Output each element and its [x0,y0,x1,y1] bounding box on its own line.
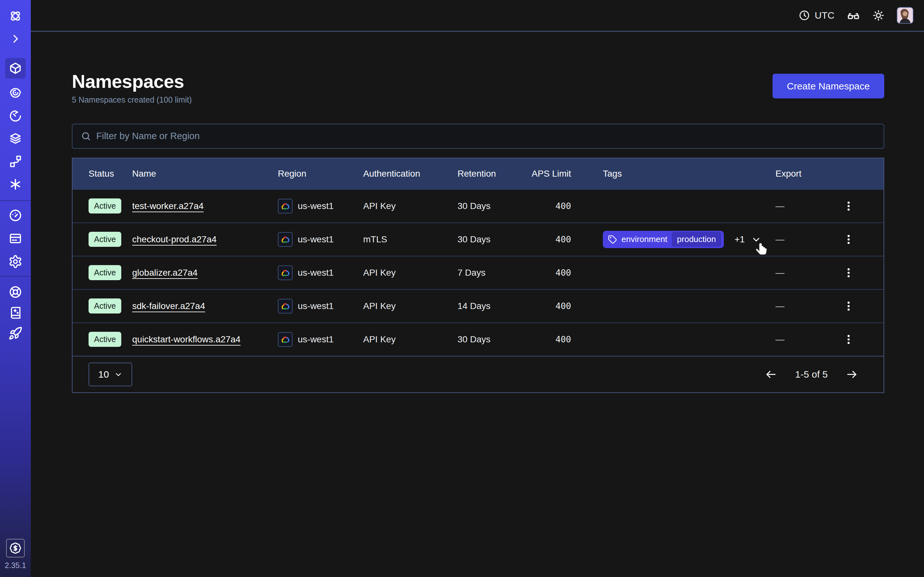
namespace-link[interactable]: globalizer.a27a4 [132,268,198,277]
tags-overflow-count: +1 [735,234,745,245]
gcp-icon [278,299,292,314]
chevron-down-icon [114,370,123,379]
namespaces-cube-icon [8,61,23,75]
row-menu-button[interactable] [842,264,856,281]
tag-key: environment [622,234,667,244]
page-size-value: 10 [98,369,109,380]
sidebar-expand-button[interactable] [8,32,23,46]
sun-icon [872,9,885,21]
region-label: us-west1 [298,201,334,211]
avatar-image [897,8,913,23]
temporal-logo-icon [8,9,23,23]
topbar: UTC [31,0,924,32]
retention-label: 30 Days [457,201,531,211]
settings-gear-icon [8,255,23,269]
aps-value: 400 [556,334,571,344]
export-value: — [775,334,784,344]
region-label: us-west1 [298,334,334,345]
sidebar-divider [0,200,31,201]
kebab-icon [842,199,855,213]
chevron-right-icon [10,33,21,45]
retention-label: 14 Days [457,301,531,311]
status-badge: Active [89,232,121,247]
col-header-tags: Tags [586,169,775,179]
gcp-icon [278,332,292,347]
usage-gauge-icon [8,208,23,222]
sidebar: 2.35.1 [0,0,31,577]
credits-button[interactable] [6,539,25,558]
workflows-eye-icon [8,85,23,99]
namespace-link[interactable]: checkout-prod.a27a4 [132,234,216,244]
sidebar-item-docs[interactable] [8,306,23,319]
sidebar-item-namespaces[interactable] [8,61,23,75]
sidebar-item-deployments[interactable] [8,131,23,145]
create-namespace-button[interactable]: Create Namespace [772,74,884,98]
tag-pill[interactable]: environment production [603,231,724,248]
sidebar-item-usage[interactable] [8,208,23,222]
sidebar-item-billing[interactable] [8,231,23,245]
sidebar-item-workflows[interactable] [8,85,23,99]
row-menu-button[interactable] [842,231,856,248]
kebab-icon [842,332,855,347]
support-lifebuoy-icon [8,285,23,299]
table-header-row: Status Name Region Authentication Retent… [73,158,884,189]
namespace-link[interactable]: sdk-failover.a27a4 [132,301,205,311]
labs-mode-button[interactable] [846,9,860,22]
status-badge: Active [89,332,121,347]
glasses-icon [846,9,860,22]
batch-branch-icon [8,154,23,168]
export-value: — [775,201,784,211]
sidebar-item-nexus[interactable] [8,177,23,191]
next-page-button[interactable] [846,368,858,380]
arrow-right-icon [846,368,858,380]
auth-label: API Key [363,334,457,345]
timezone-selector[interactable]: UTC [798,10,835,21]
row-menu-button[interactable] [842,298,856,314]
temporal-logo[interactable] [8,9,23,23]
billing-card-icon [8,231,23,245]
auth-label: API Key [363,268,457,278]
auth-label: API Key [363,201,457,211]
status-badge: Active [89,198,121,213]
page-size-select[interactable]: 10 [89,363,132,386]
sidebar-item-getting-started[interactable] [8,326,23,340]
gcp-icon [278,266,292,280]
table-row: Active quickstart-workflows.a27a4 us-wes… [73,322,884,356]
sidebar-item-settings[interactable] [8,255,23,269]
namespace-link[interactable]: test-worker.a27a4 [132,201,204,211]
deployments-layers-icon [8,131,23,145]
clock-icon [798,10,810,21]
kebab-icon [842,299,855,313]
col-header-status: Status [73,169,132,179]
filter-input[interactable] [96,124,884,148]
namespace-link[interactable]: quickstart-workflows.a27a4 [132,334,241,344]
gcp-icon [278,199,292,213]
region-label: us-west1 [298,268,334,278]
sidebar-divider [0,276,31,277]
aps-value: 400 [556,268,571,277]
sidebar-item-batch-operations[interactable] [8,154,23,168]
avatar[interactable] [897,7,913,24]
auth-label: mTLS [363,234,457,245]
nexus-asterisk-icon [8,177,23,191]
theme-toggle-button[interactable] [872,9,885,21]
timezone-label: UTC [814,10,835,21]
kebab-icon [842,232,855,247]
sidebar-item-support[interactable] [8,285,23,299]
previous-page-button[interactable] [765,368,777,380]
status-badge: Active [89,265,121,280]
aps-value: 400 [556,301,571,311]
col-header-retention: Retention [457,169,531,179]
arrow-left-icon [765,368,777,380]
export-value: — [775,268,784,277]
main-content: Namespaces 5 Namespaces created (100 lim… [31,32,924,577]
row-menu-button[interactable] [842,331,856,348]
tags-expand-button[interactable] [751,234,761,245]
namespaces-table: Status Name Region Authentication Retent… [72,158,884,393]
sidebar-item-schedules[interactable] [8,108,23,122]
kebab-icon [842,266,855,280]
col-header-region: Region [278,169,363,179]
col-header-aps-limit: APS Limit [531,169,586,179]
page-title: Namespaces [72,71,192,92]
row-menu-button[interactable] [842,198,856,214]
